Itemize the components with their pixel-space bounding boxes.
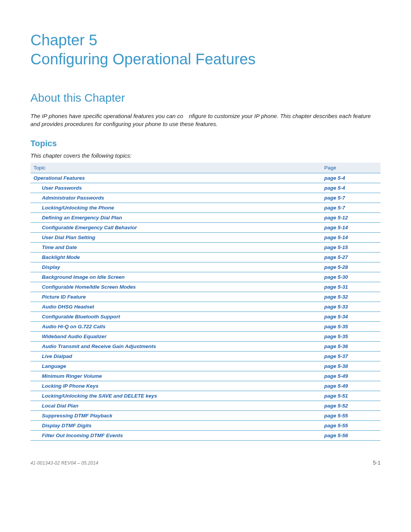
topic-link[interactable]: Background Image on Idle Screen [33,274,125,280]
topic-link[interactable]: Audio DHSG Headset [33,304,94,310]
page-link[interactable]: page 5-7 [324,195,345,201]
topics-intro: This chapter covers the following topics… [30,152,381,159]
topics-heading: Topics [30,139,381,149]
topic-link[interactable]: Wideband Audio Equalizer [33,334,107,339]
topic-link[interactable]: Configurable Bluetooth Support [33,314,120,320]
table-row: Minimum Ringer Volumepage 5-49 [30,371,381,381]
page-link[interactable]: page 5-34 [324,314,348,320]
table-row: Picture ID Featurepage 5-32 [30,292,381,302]
table-row: Filter Out Incoming DTMF Eventspage 5-56 [30,431,381,441]
topic-cell: User Dial Plan Setting [30,233,321,243]
page-link[interactable]: page 5-56 [324,433,348,438]
page-link[interactable]: page 5-36 [324,343,348,349]
page-link[interactable]: page 5-31 [324,284,348,290]
table-row: Configurable Emergency Call Behaviorpage… [30,223,381,233]
page-link[interactable]: page 5-52 [324,403,348,409]
topic-link[interactable]: Time and Date [33,244,77,250]
page-cell: page 5-35 [321,322,381,332]
page-link[interactable]: page 5-38 [324,363,348,369]
topic-link[interactable]: Configurable Home/Idle Screen Modes [33,284,136,290]
topic-cell: Time and Date [30,243,321,252]
topics-header-row: Topic Page [30,163,381,173]
page-link[interactable]: page 5-55 [324,423,348,428]
page-cell: page 5-30 [321,272,381,282]
table-row: Time and Datepage 5-15 [30,243,381,252]
page-link[interactable]: page 5-37 [324,353,348,359]
topic-cell: Defining an Emergency Dial Plan [30,213,321,223]
table-row: Configurable Bluetooth Supportpage 5-34 [30,312,381,322]
topic-link[interactable]: Backlight Mode [33,254,80,260]
page-cell: page 5-27 [321,252,381,262]
topic-link[interactable]: Audio Hi-Q on G.722 Calls [33,324,105,329]
page-link[interactable]: page 5-35 [324,334,348,339]
page-cell: page 5-49 [321,371,381,381]
page-cell: page 5-31 [321,282,381,292]
topic-link[interactable]: Local Dial Plan [33,403,78,409]
page-cell: page 5-35 [321,332,381,342]
topic-link[interactable]: Operational Features [33,175,85,181]
page-link[interactable]: page 5-15 [324,244,348,250]
topic-link[interactable]: Locking/Unlocking the Phone [33,205,114,211]
topic-link[interactable]: Display DTMF Digits [33,423,92,428]
topics-table: Topic Page Operational Featurespage 5-4U… [30,163,381,441]
section-heading-about: About this Chapter [30,91,381,104]
topic-link[interactable]: User Passwords [33,185,82,191]
page-link[interactable]: page 5-4 [324,185,345,191]
table-row: Audio DHSG Headsetpage 5-33 [30,302,381,312]
page-link[interactable]: page 5-55 [324,413,348,419]
page-cell: page 5-33 [321,302,381,312]
page-cell: page 5-7 [321,203,381,213]
topic-link[interactable]: Picture ID Feature [33,294,86,300]
table-row: Display DTMF Digitspage 5-55 [30,421,381,431]
footer-docref: 41-001343-02 REV04 – 05.2014 [30,460,98,466]
topic-cell: Wideband Audio Equalizer [30,332,321,342]
page-cell: page 5-32 [321,292,381,302]
table-row: Languagepage 5-38 [30,361,381,371]
topic-link[interactable]: Locking IP Phone Keys [33,383,99,389]
page-link[interactable]: page 5-51 [324,393,348,399]
topic-link[interactable]: Language [33,363,66,369]
page-link[interactable]: page 5-4 [324,175,345,181]
topic-link[interactable]: Display [33,264,60,270]
topic-link[interactable]: Filter Out Incoming DTMF Events [33,433,123,438]
topic-cell: Administrator Passwords [30,193,321,203]
table-row: Operational Featurespage 5-4 [30,173,381,183]
topic-link[interactable]: Defining an Emergency Dial Plan [33,215,122,220]
topic-cell: Audio Transmit and Receive Gain Adjustme… [30,342,321,351]
topic-cell: User Passwords [30,183,321,193]
page-link[interactable]: page 5-7 [324,205,345,211]
table-row: Configurable Home/Idle Screen Modespage … [30,282,381,292]
topic-cell: Operational Features [30,173,321,183]
page-link[interactable]: page 5-14 [324,225,348,230]
page-link[interactable]: page 5-14 [324,235,348,240]
topic-cell: Backlight Mode [30,252,321,262]
page-link[interactable]: page 5-49 [324,373,348,379]
topic-cell: Audio Hi-Q on G.722 Calls [30,322,321,332]
topic-cell: Display DTMF Digits [30,421,321,431]
topic-link[interactable]: Administrator Passwords [33,195,104,201]
page-link[interactable]: page 5-28 [324,264,348,270]
topic-link[interactable]: Suppressing DTMF Playback [33,413,112,419]
topic-cell: Locking/Unlocking the SAVE and DELETE ke… [30,391,321,401]
page-cell: page 5-49 [321,381,381,391]
topic-link[interactable]: Minimum Ringer Volume [33,373,102,379]
page-link[interactable]: page 5-49 [324,383,348,389]
table-row: Locking/Unlocking the SAVE and DELETE ke… [30,391,381,401]
topic-link[interactable]: Configurable Emergency Call Behavior [33,225,137,230]
page-link[interactable]: page 5-35 [324,324,348,329]
page-link[interactable]: page 5-27 [324,254,348,260]
document-page: Chapter 5 Configuring Operational Featur… [0,0,411,481]
topic-link[interactable]: Live Dialpad [33,353,72,359]
page-link[interactable]: page 5-32 [324,294,348,300]
page-cell: page 5-7 [321,193,381,203]
page-link[interactable]: page 5-30 [324,274,348,280]
footer-pagenum: 5-1 [373,460,381,466]
page-link[interactable]: page 5-33 [324,304,348,310]
table-row: User Dial Plan Settingpage 5-14 [30,233,381,243]
table-row: Audio Transmit and Receive Gain Adjustme… [30,342,381,351]
topic-cell: Background Image on Idle Screen [30,272,321,282]
topic-link[interactable]: Audio Transmit and Receive Gain Adjustme… [33,343,156,349]
topic-link[interactable]: Locking/Unlocking the SAVE and DELETE ke… [33,393,157,399]
page-link[interactable]: page 5-12 [324,215,348,220]
topic-link[interactable]: User Dial Plan Setting [33,235,95,240]
